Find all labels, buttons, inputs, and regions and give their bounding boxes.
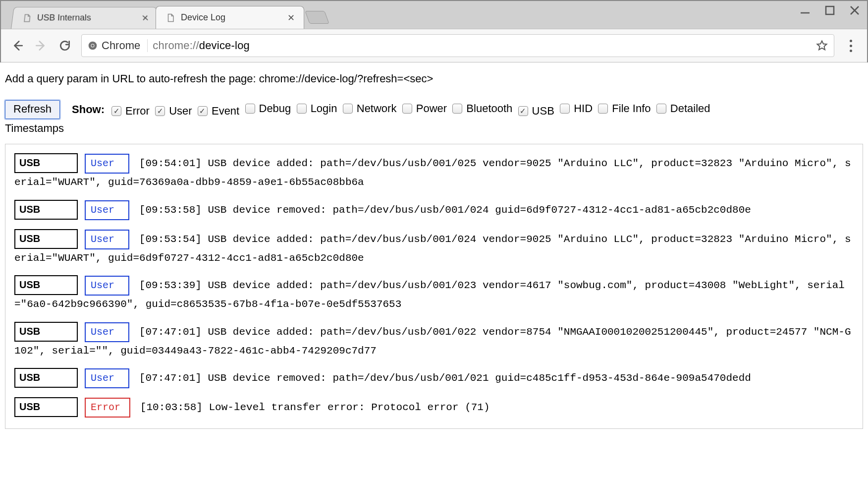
log-entry: USBUser [07:47:01] USB device added: pat… bbox=[14, 322, 854, 360]
log-type-pill: USB bbox=[14, 397, 78, 417]
log-text: [10:03:58] Low-level transfer error: Pro… bbox=[140, 402, 490, 413]
close-tab-icon[interactable]: ✕ bbox=[287, 12, 295, 23]
checkbox-box bbox=[343, 104, 353, 114]
page-content: Add a query param in URL to auto-refresh… bbox=[0, 62, 868, 439]
filter-label: User bbox=[169, 105, 192, 118]
checkbox-box: ✓ bbox=[155, 106, 165, 116]
log-level-pill: User bbox=[85, 368, 129, 388]
log-text: [07:47:01] USB device removed: path=/dev… bbox=[139, 372, 751, 384]
auto-refresh-hint: Add a query param in URL to auto-refresh… bbox=[5, 72, 863, 85]
checkbox-box bbox=[452, 104, 462, 114]
log-entry: USBUser [09:53:39] USB device added: pat… bbox=[14, 275, 854, 313]
checkbox-box: ✓ bbox=[518, 106, 528, 116]
close-tab-icon[interactable]: ✕ bbox=[141, 13, 150, 23]
controls-row: Refresh Show: ✓Error ✓User ✓Event Debug … bbox=[5, 100, 863, 119]
new-tab-button[interactable] bbox=[305, 11, 329, 24]
log-type-pill: USB bbox=[14, 200, 78, 220]
close-window-button[interactable] bbox=[849, 5, 860, 16]
minimize-button[interactable] bbox=[800, 5, 811, 16]
filter-checkbox[interactable]: ✓User bbox=[155, 105, 192, 118]
checkbox-box bbox=[656, 104, 666, 114]
maximize-button[interactable] bbox=[824, 5, 835, 16]
window-controls bbox=[800, 5, 860, 16]
filter-label: USB bbox=[532, 105, 554, 118]
browser-tab[interactable]: Device Log✕ bbox=[156, 6, 304, 29]
filter-label: Debug bbox=[259, 102, 291, 115]
filter-checkbox[interactable]: File Info bbox=[598, 102, 651, 115]
address-bar[interactable]: Chrome chrome://device-log bbox=[81, 34, 834, 57]
checkbox-box bbox=[297, 104, 307, 114]
log-type-pill: USB bbox=[14, 275, 78, 295]
filter-label: Error bbox=[125, 105, 150, 118]
filter-checkbox[interactable]: Power bbox=[402, 102, 447, 115]
svg-rect-1 bbox=[826, 6, 834, 14]
log-type-pill: USB bbox=[14, 153, 78, 173]
filter-checkbox[interactable]: Network bbox=[343, 102, 397, 115]
bookmark-star-icon[interactable] bbox=[816, 40, 828, 52]
filter-label: Detailed bbox=[670, 102, 710, 115]
log-level-pill: User bbox=[85, 154, 129, 174]
filter-checkbox[interactable]: ✓Error bbox=[111, 105, 150, 118]
filter-label: Network bbox=[357, 102, 397, 115]
log-level-pill: Error bbox=[85, 398, 130, 418]
tab-strip: USB Internals✕Device Log✕ bbox=[1, 1, 867, 29]
timestamps-label: Timestamps bbox=[5, 122, 863, 135]
url-chip: Chrome bbox=[88, 39, 148, 52]
file-icon bbox=[166, 13, 175, 22]
back-button[interactable] bbox=[10, 38, 25, 53]
url-chip-label: Chrome bbox=[102, 39, 140, 52]
log-entry: USBUser [07:47:01] USB device removed: p… bbox=[14, 368, 854, 388]
log-text: [07:47:01] USB device added: path=/dev/b… bbox=[14, 326, 851, 357]
log-entry: USBUser [09:54:01] USB device added: pat… bbox=[14, 153, 854, 191]
svg-point-8 bbox=[92, 45, 94, 47]
chrome-icon bbox=[88, 41, 98, 51]
log-text: [09:53:39] USB device added: path=/dev/b… bbox=[14, 280, 845, 310]
filter-checkbox[interactable]: Detailed bbox=[656, 102, 710, 115]
checkbox-box bbox=[560, 104, 570, 114]
filter-label: Bluetooth bbox=[466, 102, 512, 115]
log-box: USBUser [09:54:01] USB device added: pat… bbox=[5, 144, 863, 429]
checkbox-box: ✓ bbox=[198, 106, 208, 116]
log-entry: USBError [10:03:58] Low-level transfer e… bbox=[14, 397, 854, 418]
checkbox-box: ✓ bbox=[111, 106, 121, 116]
filter-label: Power bbox=[416, 102, 447, 115]
log-text: [09:53:54] USB device added: path=/dev/b… bbox=[14, 234, 851, 264]
tab-title: Device Log bbox=[181, 12, 281, 23]
browser-menu-button[interactable] bbox=[843, 37, 858, 55]
filter-checkbox[interactable]: Debug bbox=[245, 102, 291, 115]
browser-toolbar: Chrome chrome://device-log bbox=[1, 29, 867, 62]
log-level-pill: User bbox=[85, 322, 129, 342]
filter-checkbox[interactable]: Bluetooth bbox=[452, 102, 512, 115]
filter-label: File Info bbox=[612, 102, 651, 115]
log-entry: USBUser [09:53:58] USB device removed: p… bbox=[14, 200, 854, 220]
filter-checkbox[interactable]: ✓Event bbox=[198, 105, 239, 118]
browser-window: USB Internals✕Device Log✕ bbox=[0, 0, 868, 62]
filter-label: Login bbox=[311, 102, 337, 115]
log-type-pill: USB bbox=[14, 322, 78, 342]
filter-label: Event bbox=[212, 105, 239, 118]
log-level-pill: User bbox=[85, 276, 129, 296]
log-entry: USBUser [09:53:54] USB device added: pat… bbox=[14, 229, 854, 267]
log-level-pill: User bbox=[85, 200, 129, 220]
show-label: Show: bbox=[72, 103, 105, 116]
checkbox-box bbox=[245, 104, 255, 114]
checkbox-box bbox=[402, 104, 412, 114]
log-type-pill: USB bbox=[14, 229, 78, 249]
filter-checkbox[interactable]: ✓USB bbox=[518, 105, 554, 118]
tab-title: USB Internals bbox=[37, 13, 136, 23]
log-type-pill: USB bbox=[14, 368, 78, 388]
reload-button[interactable] bbox=[57, 38, 72, 53]
log-text: [09:54:01] USB device added: path=/dev/b… bbox=[14, 158, 851, 188]
checkbox-box bbox=[598, 104, 608, 114]
filter-checkbox[interactable]: HID bbox=[560, 102, 593, 115]
file-icon bbox=[22, 13, 32, 22]
log-text: [09:53:58] USB device removed: path=/dev… bbox=[139, 204, 751, 216]
filter-checkbox[interactable]: Login bbox=[297, 102, 337, 115]
refresh-button[interactable]: Refresh bbox=[5, 100, 60, 119]
url-text: chrome://device-log bbox=[153, 39, 811, 52]
filter-label: HID bbox=[574, 102, 593, 115]
forward-button[interactable] bbox=[34, 38, 49, 53]
browser-tab[interactable]: USB Internals✕ bbox=[11, 7, 160, 29]
log-level-pill: User bbox=[85, 230, 129, 249]
